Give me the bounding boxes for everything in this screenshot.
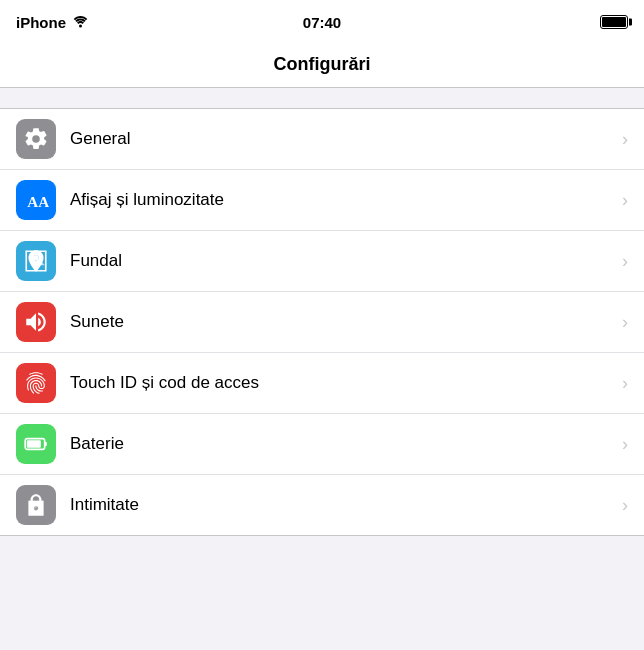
display-chevron: › bbox=[622, 190, 628, 211]
privacy-icon bbox=[23, 492, 49, 518]
display-icon-wrap: AA bbox=[16, 180, 56, 220]
status-right bbox=[600, 15, 628, 29]
wallpaper-icon bbox=[23, 248, 49, 274]
touchid-chevron: › bbox=[622, 373, 628, 394]
wifi-icon bbox=[72, 14, 89, 31]
svg-point-0 bbox=[79, 24, 82, 27]
settings-item-general[interactable]: General › bbox=[0, 109, 644, 170]
battery-label: Baterie bbox=[70, 434, 616, 454]
touchid-icon-wrap bbox=[16, 363, 56, 403]
sounds-icon-wrap bbox=[16, 302, 56, 342]
device-name: iPhone bbox=[16, 14, 66, 31]
status-bar: iPhone 07:40 bbox=[0, 0, 644, 44]
svg-text:AA: AA bbox=[27, 193, 49, 210]
battery-item-icon bbox=[23, 431, 49, 457]
page-title-bar: Configurări bbox=[0, 44, 644, 88]
sounds-chevron: › bbox=[622, 312, 628, 333]
wallpaper-label: Fundal bbox=[70, 251, 616, 271]
settings-item-privacy[interactable]: Intimitate › bbox=[0, 475, 644, 535]
svg-rect-5 bbox=[27, 440, 41, 448]
battery-status-icon bbox=[600, 15, 628, 29]
page-title: Configurări bbox=[274, 54, 371, 74]
general-icon-wrap bbox=[16, 119, 56, 159]
gear-icon bbox=[23, 126, 49, 152]
settings-list: General › AA Afișaj și luminozitate › Fu… bbox=[0, 108, 644, 536]
sounds-icon bbox=[23, 309, 49, 335]
touchid-icon bbox=[23, 370, 49, 396]
sounds-label: Sunete bbox=[70, 312, 616, 332]
touchid-label: Touch ID și cod de acces bbox=[70, 373, 616, 393]
status-time: 07:40 bbox=[303, 14, 341, 31]
settings-item-touchid[interactable]: Touch ID și cod de acces › bbox=[0, 353, 644, 414]
wallpaper-icon-wrap bbox=[16, 241, 56, 281]
settings-item-display[interactable]: AA Afișaj și luminozitate › bbox=[0, 170, 644, 231]
svg-point-3 bbox=[31, 256, 35, 260]
display-label: Afișaj și luminozitate bbox=[70, 190, 616, 210]
wallpaper-chevron: › bbox=[622, 251, 628, 272]
battery-icon-wrap bbox=[16, 424, 56, 464]
privacy-chevron: › bbox=[622, 495, 628, 516]
general-label: General bbox=[70, 129, 616, 149]
settings-item-sounds[interactable]: Sunete › bbox=[0, 292, 644, 353]
display-icon: AA bbox=[23, 187, 49, 213]
svg-rect-6 bbox=[45, 442, 47, 446]
privacy-icon-wrap bbox=[16, 485, 56, 525]
settings-item-battery[interactable]: Baterie › bbox=[0, 414, 644, 475]
privacy-label: Intimitate bbox=[70, 495, 616, 515]
status-left: iPhone bbox=[16, 14, 89, 31]
battery-chevron: › bbox=[622, 434, 628, 455]
settings-item-wallpaper[interactable]: Fundal › bbox=[0, 231, 644, 292]
general-chevron: › bbox=[622, 129, 628, 150]
